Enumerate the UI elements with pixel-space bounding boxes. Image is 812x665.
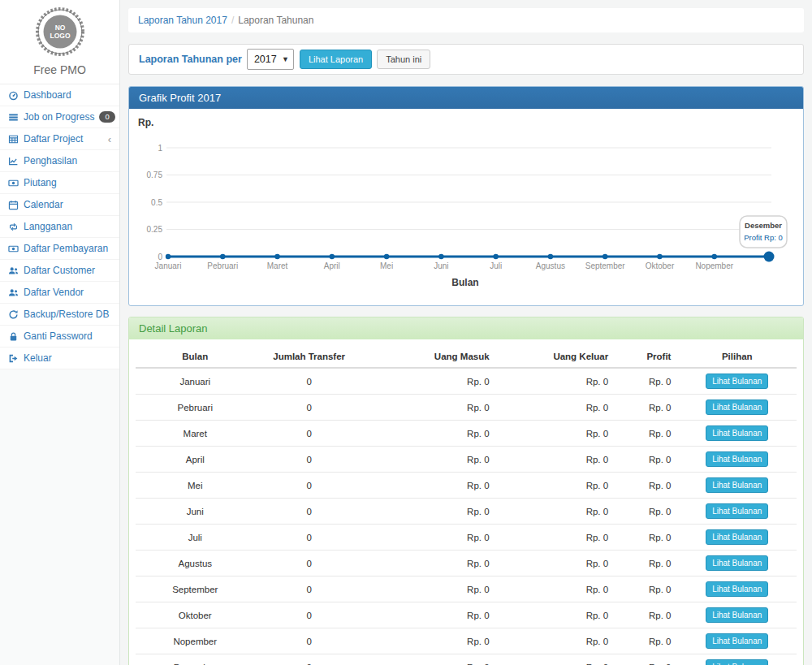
sidebar-item-label: Backup/Restore DB	[24, 309, 109, 320]
y-tick-label: 0.75	[147, 171, 163, 179]
y-tick-label: 0	[158, 253, 162, 261]
chart-point[interactable]	[274, 254, 279, 259]
table-row: Desember0Rp. 0Rp. 0Rp. 0Lihat Bulanan	[136, 654, 797, 665]
x-tick-label: Juni	[434, 261, 448, 270]
line-chart-icon	[8, 156, 19, 166]
breadcrumb-link[interactable]: Laporan Tahun 2017	[138, 15, 227, 26]
lihat-bulanan-button[interactable]: Lihat Bulanan	[706, 503, 768, 519]
cell-uang-keluar: Rp. 0	[496, 473, 615, 499]
x-tick-label: Mei	[380, 261, 393, 270]
cell-uang-keluar: Rp. 0	[496, 525, 615, 551]
sidebar-item-backup-restore-db[interactable]: Backup/Restore DB	[0, 304, 119, 326]
sidebar-item-daftar-pembayaran[interactable]: Daftar Pembayaran	[0, 238, 119, 260]
sidebar-item-calendar[interactable]: Calendar	[0, 194, 119, 216]
profit-chart: Rp.00.250.50.751JanuariPebruariMaretApri…	[129, 109, 803, 305]
chart-point[interactable]	[220, 254, 225, 259]
lihat-bulanan-button[interactable]: Lihat Bulanan	[706, 425, 768, 441]
cell-uang-masuk: Rp. 0	[364, 576, 496, 602]
chart-point[interactable]	[764, 252, 775, 262]
lihat-laporan-button[interactable]: Lihat Laporan	[300, 50, 372, 69]
sidebar-item-daftar-vendor[interactable]: Daftar Vendor	[0, 282, 119, 304]
cell-pilihan: Lihat Bulanan	[677, 421, 797, 447]
sidebar-item-piutang[interactable]: Piutang	[0, 172, 119, 194]
lihat-bulanan-button[interactable]: Lihat Bulanan	[706, 477, 768, 493]
users-icon	[8, 287, 19, 298]
logo-text-2: LOGO	[50, 32, 70, 40]
year-select[interactable]: 2017 ▼	[247, 49, 294, 70]
chart-point[interactable]	[166, 254, 171, 259]
lihat-bulanan-button[interactable]: Lihat Bulanan	[706, 607, 768, 623]
cell-bulan: Pebruari	[136, 395, 255, 421]
logo-text-1: NO	[54, 24, 65, 32]
cell-pilihan: Lihat Bulanan	[677, 576, 797, 602]
col-header-pilihan: Pilihan	[677, 346, 797, 368]
table-row: Maret0Rp. 0Rp. 0Rp. 0Lihat Bulanan	[136, 421, 797, 447]
chart-point[interactable]	[712, 254, 717, 259]
x-tick-label: Pebruari	[207, 261, 238, 270]
cell-jumlah-transfer: 0	[255, 421, 364, 447]
cell-jumlah-transfer: 0	[255, 447, 364, 473]
sidebar-item-job-on-progress[interactable]: Job on Progress0	[0, 106, 119, 128]
sidebar-top: NO LOGO Free PMO DashboardJob on Progres…	[0, 0, 119, 369]
sidebar-item-dashboard[interactable]: Dashboard	[0, 84, 119, 106]
sidebar-item-label: Calendar	[24, 199, 63, 210]
cell-profit: Rp. 0	[615, 576, 677, 602]
lihat-bulanan-button[interactable]: Lihat Bulanan	[706, 659, 768, 665]
chart-point[interactable]	[493, 254, 498, 259]
sidebar-item-daftar-customer[interactable]: Daftar Customer	[0, 260, 119, 282]
cell-jumlah-transfer: 0	[255, 499, 364, 525]
lock-icon	[8, 331, 19, 342]
count-badge: 0	[99, 111, 114, 123]
lihat-bulanan-button[interactable]: Lihat Bulanan	[706, 633, 768, 649]
detail-laporan-panel: Detail Laporan BulanJumlah TransferUang …	[128, 317, 804, 665]
chart-point[interactable]	[330, 254, 335, 259]
sidebar-item-langganan[interactable]: Langganan	[0, 216, 119, 238]
tooltip-value: Profit Rp: 0	[744, 233, 783, 242]
sidebar-item-label: Langganan	[24, 221, 72, 232]
table-row: Juli0Rp. 0Rp. 0Rp. 0Lihat Bulanan	[136, 525, 797, 551]
cell-profit: Rp. 0	[615, 499, 677, 525]
chart-point[interactable]	[657, 254, 662, 259]
cell-pilihan: Lihat Bulanan	[677, 628, 797, 654]
sidebar-item-ganti-password[interactable]: Ganti Password	[0, 326, 119, 348]
cell-uang-masuk: Rp. 0	[364, 654, 496, 665]
cell-profit: Rp. 0	[615, 473, 677, 499]
table-row: September0Rp. 0Rp. 0Rp. 0Lihat Bulanan	[136, 576, 797, 602]
cell-bulan: Juni	[136, 499, 255, 525]
lihat-bulanan-button[interactable]: Lihat Bulanan	[706, 581, 768, 597]
cell-uang-masuk: Rp. 0	[364, 551, 496, 576]
cell-uang-keluar: Rp. 0	[496, 368, 615, 395]
cell-pilihan: Lihat Bulanan	[677, 395, 797, 421]
sidebar-item-daftar-project[interactable]: Daftar Project‹	[0, 128, 119, 150]
sidebar-item-keluar[interactable]: Keluar	[0, 348, 119, 369]
lihat-bulanan-button[interactable]: Lihat Bulanan	[706, 399, 768, 415]
money-icon	[8, 178, 19, 188]
cell-uang-masuk: Rp. 0	[364, 395, 496, 421]
lihat-bulanan-button[interactable]: Lihat Bulanan	[706, 555, 768, 571]
chart-point[interactable]	[438, 254, 443, 259]
cell-uang-masuk: Rp. 0	[364, 447, 496, 473]
chart-point[interactable]	[384, 254, 389, 259]
chart-point[interactable]	[548, 254, 553, 259]
lihat-bulanan-button[interactable]: Lihat Bulanan	[706, 529, 768, 545]
table-header-row: BulanJumlah TransferUang MasukUang Kelua…	[136, 346, 797, 368]
cell-pilihan: Lihat Bulanan	[677, 602, 797, 628]
table-row: Januari0Rp. 0Rp. 0Rp. 0Lihat Bulanan	[136, 368, 797, 395]
retweet-icon	[8, 222, 19, 232]
cell-jumlah-transfer: 0	[255, 368, 364, 395]
sidebar-item-penghasilan[interactable]: Penghasilan	[0, 150, 119, 172]
cell-uang-masuk: Rp. 0	[364, 499, 496, 525]
y-tick-label: 0.25	[147, 225, 163, 234]
cell-profit: Rp. 0	[615, 602, 677, 628]
tahun-ini-button[interactable]: Tahun ini	[377, 50, 430, 69]
x-tick-label: Juli	[490, 261, 502, 270]
cell-bulan: Januari	[136, 368, 255, 395]
chart-point[interactable]	[603, 254, 607, 259]
cell-bulan: September	[136, 576, 255, 602]
lihat-bulanan-button[interactable]: Lihat Bulanan	[706, 374, 768, 389]
chart-canvas: Rp.00.250.50.751JanuariPebruariMaretApri…	[129, 110, 803, 300]
brand-name: Free PMO	[0, 63, 119, 84]
x-tick-label: September	[585, 261, 626, 270]
cell-pilihan: Lihat Bulanan	[677, 525, 797, 551]
lihat-bulanan-button[interactable]: Lihat Bulanan	[706, 451, 768, 467]
